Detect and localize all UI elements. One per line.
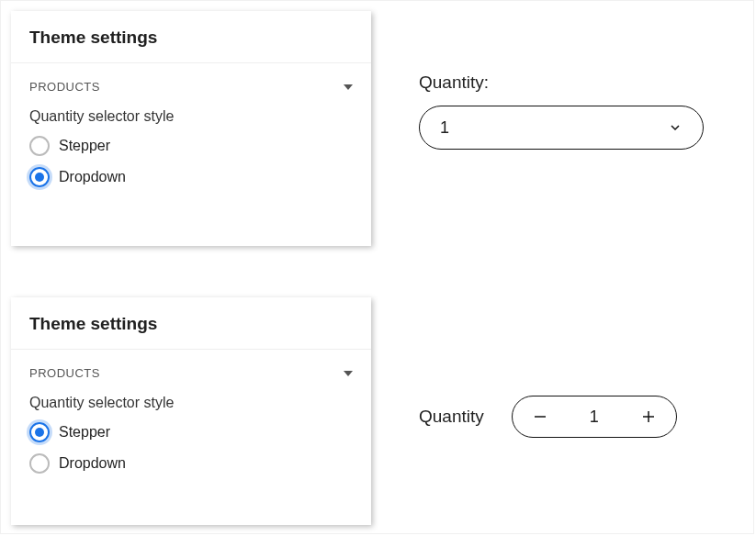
radio-icon [29, 136, 50, 156]
radio-option-dropdown[interactable]: Dropdown [29, 167, 353, 187]
radio-label: Dropdown [59, 169, 126, 185]
section-label: PRODUCTS [29, 80, 100, 94]
chevron-down-icon [344, 371, 353, 376]
theme-settings-panel: Theme settings PRODUCTS Quantity selecto… [11, 11, 371, 246]
quantity-dropdown[interactable]: 1 [419, 106, 704, 150]
stepper-value: 1 [590, 408, 599, 427]
section-header-products[interactable]: PRODUCTS [29, 366, 353, 380]
decrement-button[interactable] [529, 406, 551, 428]
quantity-label: Quantity: [419, 73, 704, 93]
setting-label: Quantity selector style [29, 395, 353, 411]
section-label: PRODUCTS [29, 366, 100, 380]
dropdown-value: 1 [440, 118, 449, 138]
chevron-down-icon [668, 120, 683, 135]
radio-option-dropdown[interactable]: Dropdown [29, 453, 353, 474]
quantity-stepper-preview: Quantity 1 [419, 396, 677, 438]
radio-icon-selected [29, 167, 50, 187]
panel-title: Theme settings [11, 297, 371, 350]
radio-icon [29, 453, 50, 474]
chevron-down-icon [344, 84, 353, 90]
radio-option-stepper[interactable]: Stepper [29, 422, 353, 442]
quantity-dropdown-preview: Quantity: 1 [419, 73, 704, 150]
radio-icon-selected [29, 422, 50, 442]
section-header-products[interactable]: PRODUCTS [29, 80, 353, 94]
quantity-stepper: 1 [512, 396, 677, 438]
quantity-label: Quantity [419, 407, 484, 427]
radio-label: Stepper [59, 138, 110, 154]
panel-title: Theme settings [11, 11, 371, 63]
radio-label: Dropdown [59, 455, 126, 472]
increment-button[interactable] [638, 406, 660, 428]
radio-label: Stepper [59, 424, 110, 441]
setting-label: Quantity selector style [29, 108, 353, 125]
radio-option-stepper[interactable]: Stepper [29, 136, 353, 156]
theme-settings-panel: Theme settings PRODUCTS Quantity selecto… [11, 297, 371, 525]
